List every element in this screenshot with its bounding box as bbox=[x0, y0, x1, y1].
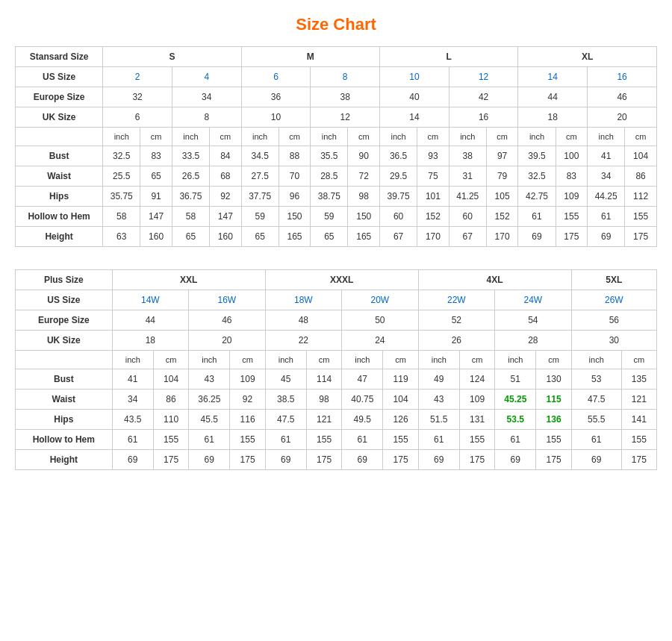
us-2: 2 bbox=[103, 67, 172, 87]
plus-eu-48: 48 bbox=[265, 310, 342, 331]
hips-9: 101 bbox=[417, 187, 449, 207]
sh-9: cm bbox=[417, 128, 449, 146]
bust-1: 83 bbox=[140, 146, 172, 166]
waist-7: 72 bbox=[348, 166, 380, 187]
eu-36: 36 bbox=[241, 87, 311, 107]
ph2h-4: 61 bbox=[265, 430, 306, 450]
waist-8: 29.5 bbox=[380, 166, 417, 187]
h2h-2: 58 bbox=[172, 207, 209, 227]
h2h-13: 155 bbox=[556, 207, 588, 227]
psh-4: inch bbox=[265, 351, 306, 369]
sh-5: cm bbox=[279, 128, 311, 146]
plus-uk-18: 18 bbox=[112, 331, 189, 351]
plus-us-size-row: US Size 14W 16W 18W 20W 22W 24W 26W bbox=[16, 290, 657, 310]
sh-12: inch bbox=[518, 128, 556, 146]
hips-0: 35.75 bbox=[103, 187, 140, 207]
s-header: S bbox=[103, 47, 241, 67]
h2h-8: 60 bbox=[380, 207, 417, 227]
pb-1: 104 bbox=[153, 369, 188, 390]
bust-10: 38 bbox=[449, 146, 486, 166]
pht-1: 175 bbox=[153, 450, 188, 470]
plus-hips-row: Hips 43.5 110 45.5 116 47.5 121 49.5 126… bbox=[16, 410, 657, 430]
ph2h-5: 155 bbox=[306, 430, 341, 450]
psh-0: inch bbox=[112, 351, 153, 369]
plus-bust-label: Bust bbox=[16, 369, 113, 390]
waist-row: Waist 25.5 65 26.5 68 27.5 70 28.5 72 29… bbox=[16, 166, 657, 187]
pb-10: 51 bbox=[495, 369, 536, 390]
us-6: 6 bbox=[241, 67, 311, 87]
ht-10: 67 bbox=[449, 227, 486, 247]
psh-9: cm bbox=[459, 351, 494, 369]
standard-size-header-row: Stansard Size S M L XL bbox=[16, 47, 657, 67]
ht-6: 65 bbox=[311, 227, 348, 247]
plus-uk-24: 24 bbox=[342, 331, 419, 351]
ph-1: 110 bbox=[153, 410, 188, 430]
ht-13: 175 bbox=[556, 227, 588, 247]
h2h-5: 150 bbox=[279, 207, 311, 227]
pht-8: 69 bbox=[418, 450, 459, 470]
plus-uk-label: UK Size bbox=[16, 331, 113, 351]
sh-11: cm bbox=[486, 128, 518, 146]
waist-1: 65 bbox=[140, 166, 172, 187]
hips-11: 105 bbox=[486, 187, 518, 207]
waist-5: 70 bbox=[279, 166, 311, 187]
plus-bust-row: Bust 41 104 43 109 45 114 47 119 49 124 … bbox=[16, 369, 657, 390]
hips-7: 98 bbox=[348, 187, 380, 207]
hips-14: 44.25 bbox=[588, 187, 625, 207]
sh-2: inch bbox=[172, 128, 209, 146]
plus-hollow-to-hem-row: Hollow to Hem 61 155 61 155 61 155 61 15… bbox=[16, 430, 657, 450]
bust-5: 88 bbox=[279, 146, 311, 166]
hips-10: 41.25 bbox=[449, 187, 486, 207]
xxl-header: XXL bbox=[112, 270, 265, 290]
plus-uk-20: 20 bbox=[189, 331, 266, 351]
ph-5: 121 bbox=[306, 410, 341, 430]
pw-4: 38.5 bbox=[265, 390, 306, 410]
psh-3: cm bbox=[230, 351, 265, 369]
ph2h-0: 61 bbox=[112, 430, 153, 450]
ht-0: 63 bbox=[103, 227, 140, 247]
pb-2: 43 bbox=[189, 369, 230, 390]
pb-12: 53 bbox=[571, 369, 621, 390]
waist-3: 68 bbox=[210, 166, 242, 187]
ht-1: 160 bbox=[140, 227, 172, 247]
hips-3: 92 bbox=[210, 187, 242, 207]
plus-uk-22: 22 bbox=[265, 331, 342, 351]
waist-6: 28.5 bbox=[311, 166, 348, 187]
ph-9: 131 bbox=[459, 410, 494, 430]
pb-5: 114 bbox=[306, 369, 341, 390]
us-16: 16 bbox=[588, 67, 657, 87]
sh-7: cm bbox=[348, 128, 380, 146]
plus-us-14w: 14W bbox=[112, 290, 189, 310]
hips-4: 37.75 bbox=[241, 187, 279, 207]
hips-8: 39.75 bbox=[380, 187, 417, 207]
ph-7: 126 bbox=[383, 410, 418, 430]
ht-7: 165 bbox=[348, 227, 380, 247]
xl-header: XL bbox=[518, 47, 657, 67]
plus-size-label: Plus Size bbox=[16, 270, 113, 290]
pht-6: 69 bbox=[342, 450, 383, 470]
h2h-15: 155 bbox=[625, 207, 657, 227]
uk-12: 12 bbox=[311, 107, 380, 128]
h2h-10: 60 bbox=[449, 207, 486, 227]
pw-12: 47.5 bbox=[571, 390, 621, 410]
bust-0: 32.5 bbox=[103, 146, 140, 166]
ph2h-2: 61 bbox=[189, 430, 230, 450]
ht-8: 67 bbox=[380, 227, 417, 247]
uk-6: 6 bbox=[103, 107, 172, 128]
sh-3: cm bbox=[210, 128, 242, 146]
pht-4: 69 bbox=[265, 450, 306, 470]
hips-1: 91 bbox=[140, 187, 172, 207]
uk-size-label: UK Size bbox=[16, 107, 103, 128]
eu-40: 40 bbox=[380, 87, 449, 107]
hips-15: 112 bbox=[625, 187, 657, 207]
height-label: Height bbox=[16, 227, 103, 247]
psh-13: cm bbox=[621, 351, 656, 369]
psh-6: inch bbox=[342, 351, 383, 369]
5xl-header: 5XL bbox=[571, 270, 656, 290]
bust-8: 36.5 bbox=[380, 146, 417, 166]
pw-1: 86 bbox=[153, 390, 188, 410]
hollow-to-hem-label: Hollow to Hem bbox=[16, 207, 103, 227]
pht-3: 175 bbox=[230, 450, 265, 470]
hips-6: 38.75 bbox=[311, 187, 348, 207]
pw-6: 40.75 bbox=[342, 390, 383, 410]
